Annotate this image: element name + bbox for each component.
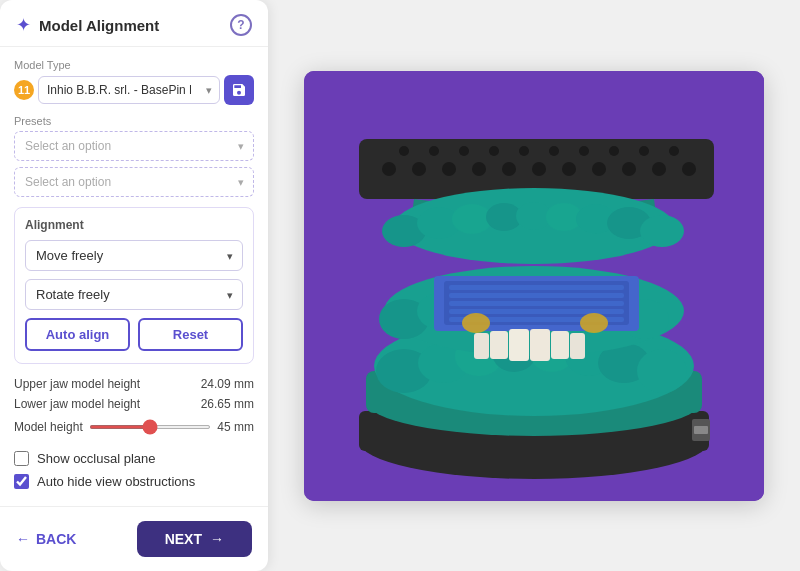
model-height-slider-wrapper[interactable] — [89, 425, 212, 429]
3d-viewer[interactable] — [304, 71, 764, 501]
svg-rect-36 — [474, 333, 489, 359]
svg-point-45 — [502, 162, 516, 176]
auto-align-button[interactable]: Auto align — [25, 318, 130, 351]
model-type-label: Model Type — [14, 59, 254, 71]
upper-jaw-label: Upper jaw model height — [14, 374, 140, 394]
help-icon[interactable]: ? — [230, 14, 252, 36]
svg-point-57 — [549, 146, 559, 156]
model-type-row: 11 Inhio B.B.R. srl. - BasePin PBSM — [14, 75, 254, 105]
model-height-label: Model height — [14, 417, 83, 437]
svg-point-54 — [459, 146, 469, 156]
svg-point-56 — [519, 146, 529, 156]
measurements-section: Upper jaw model height 24.09 mm Lower ja… — [14, 374, 254, 437]
presets-label: Presets — [14, 115, 254, 127]
auto-hide-checkbox-row[interactable]: Auto hide view obstructions — [14, 474, 254, 489]
viewer-area — [268, 0, 800, 571]
svg-point-50 — [652, 162, 666, 176]
svg-point-55 — [489, 146, 499, 156]
svg-point-48 — [592, 162, 606, 176]
model-height-slider[interactable] — [89, 425, 212, 429]
model-type-select[interactable]: Inhio B.B.R. srl. - BasePin PBSM — [38, 76, 220, 104]
svg-rect-37 — [570, 333, 585, 359]
svg-rect-27 — [449, 285, 624, 290]
presets-select-1[interactable]: Select an option — [14, 131, 254, 161]
model-type-section: Model Type 11 Inhio B.B.R. srl. - BasePi… — [14, 59, 254, 105]
panel-title-row: ✦ Model Alignment — [16, 14, 159, 36]
panel-body: Model Type 11 Inhio B.B.R. srl. - BasePi… — [0, 47, 268, 506]
svg-rect-35 — [551, 331, 569, 359]
lower-jaw-value: 26.65 mm — [201, 394, 254, 414]
lower-jaw-row: Lower jaw model height 26.65 mm — [14, 394, 254, 414]
svg-point-47 — [562, 162, 576, 176]
svg-point-42 — [412, 162, 426, 176]
auto-hide-checkbox[interactable] — [14, 474, 29, 489]
alignment-title: Alignment — [25, 218, 243, 232]
occlusal-checkbox-row[interactable]: Show occlusal plane — [14, 451, 254, 466]
presets-section: Presets Select an option Select an optio… — [14, 115, 254, 197]
svg-point-15 — [637, 349, 687, 393]
panel-footer: ← BACK NEXT → — [0, 506, 268, 571]
svg-point-53 — [429, 146, 439, 156]
panel-title: Model Alignment — [39, 17, 159, 34]
left-panel: ✦ Model Alignment ? Model Type 11 Inhio … — [0, 0, 268, 571]
move-select[interactable]: Move freely Move X Move Y Move Z — [25, 240, 243, 271]
save-button[interactable] — [224, 75, 254, 105]
svg-point-38 — [462, 313, 490, 333]
svg-point-52 — [399, 146, 409, 156]
model-type-select-wrapper[interactable]: Inhio B.B.R. srl. - BasePin PBSM — [38, 76, 220, 104]
svg-rect-28 — [449, 293, 624, 298]
presets-select-1-row[interactable]: Select an option — [14, 131, 254, 161]
rotate-select-row[interactable]: Rotate freely Rotate X Rotate Y Rotate Z — [25, 279, 243, 310]
presets-select-2-row[interactable]: Select an option — [14, 167, 254, 197]
wand-icon: ✦ — [16, 14, 31, 36]
model-height-row: Model height 45 mm — [14, 417, 254, 437]
svg-rect-29 — [449, 301, 624, 306]
svg-rect-34 — [490, 331, 508, 359]
back-button[interactable]: ← BACK — [16, 531, 76, 547]
svg-point-60 — [639, 146, 649, 156]
next-button[interactable]: NEXT → — [137, 521, 252, 557]
auto-hide-label: Auto hide view obstructions — [37, 474, 195, 489]
svg-point-41 — [382, 162, 396, 176]
back-label: BACK — [36, 531, 76, 547]
alignment-section: Alignment Move freely Move X Move Y Move… — [14, 207, 254, 364]
svg-rect-32 — [509, 329, 529, 361]
occlusal-label: Show occlusal plane — [37, 451, 156, 466]
svg-point-43 — [442, 162, 456, 176]
reset-button[interactable]: Reset — [138, 318, 243, 351]
dental-scene-svg — [304, 71, 764, 501]
svg-point-65 — [452, 204, 492, 234]
svg-point-39 — [580, 313, 608, 333]
checkbox-section: Show occlusal plane Auto hide view obstr… — [14, 451, 254, 489]
save-icon — [231, 82, 247, 98]
next-arrow-icon: → — [210, 531, 224, 547]
rotate-select[interactable]: Rotate freely Rotate X Rotate Y Rotate Z — [25, 279, 243, 310]
occlusal-checkbox[interactable] — [14, 451, 29, 466]
upper-jaw-value: 24.09 mm — [201, 374, 254, 394]
move-select-row[interactable]: Move freely Move X Move Y Move Z — [25, 240, 243, 271]
svg-point-51 — [682, 162, 696, 176]
panel-header: ✦ Model Alignment ? — [0, 0, 268, 47]
upper-jaw-row: Upper jaw model height 24.09 mm — [14, 374, 254, 394]
svg-point-46 — [532, 162, 546, 176]
svg-point-59 — [609, 146, 619, 156]
presets-select-2[interactable]: Select an option — [14, 167, 254, 197]
svg-point-44 — [472, 162, 486, 176]
svg-point-61 — [669, 146, 679, 156]
back-arrow-icon: ← — [16, 531, 30, 547]
model-height-value: 45 mm — [217, 417, 254, 437]
align-buttons: Auto align Reset — [25, 318, 243, 351]
svg-point-58 — [579, 146, 589, 156]
svg-point-71 — [640, 215, 684, 247]
model-badge: 11 — [14, 80, 34, 100]
lower-jaw-label: Lower jaw model height — [14, 394, 140, 414]
svg-rect-4 — [694, 426, 708, 434]
svg-rect-33 — [530, 329, 550, 361]
next-label: NEXT — [165, 531, 202, 547]
svg-point-49 — [622, 162, 636, 176]
